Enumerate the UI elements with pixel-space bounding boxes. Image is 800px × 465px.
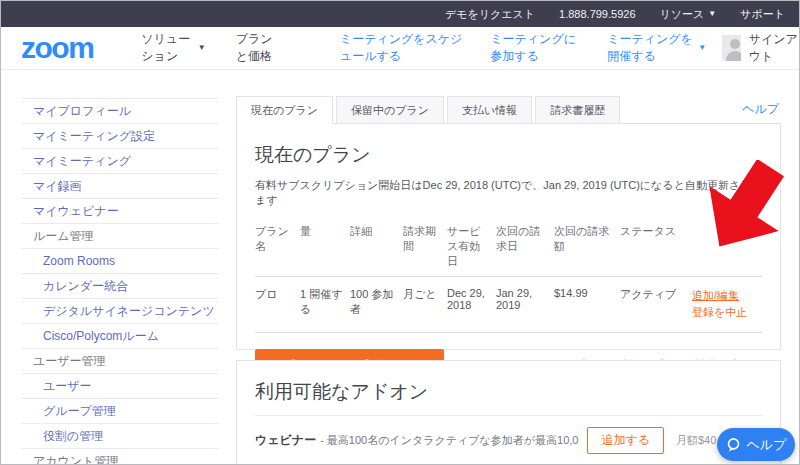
col-plan-name: プラン名 [255,224,300,269]
available-addons-card: 利用可能なアドオン ウェビナー - 最高100名のインタラクティブな参加者が最高… [236,360,781,465]
help-bubble-label: ヘルプ [747,436,787,454]
add-edit-link[interactable]: 追加/編集 [692,287,756,304]
col-actions [692,224,762,269]
table-row: プロ 1 開催する 100 参加者 月ごと Dec 29, 2018 Jan 2… [255,277,762,333]
phone-number: 1.888.799.5926 [559,8,635,20]
sidebar-item-group-management[interactable]: グループ管理 [21,399,219,424]
col-next-invoice-amount: 次回の請求額 [554,224,620,269]
top-utility-bar: デモをリクエスト 1.888.799.5926 リソース ▼ サポート [1,1,800,27]
support-link[interactable]: サポート [740,7,785,22]
solutions-label: ソリューション [141,31,193,65]
sidebar-item-my-recordings[interactable]: マイ録画 [21,174,219,199]
solutions-menu[interactable]: ソリューション ▼ [141,31,205,65]
col-next-invoice-date: 次回の請求日 [496,224,554,269]
resources-menu[interactable]: リソース ▼ [660,7,717,22]
avatar[interactable] [722,35,740,61]
help-chat-button[interactable]: ヘルプ [717,428,795,461]
host-meeting-label: ミーティングを開催する [607,31,694,65]
chevron-down-icon: ▼ [698,44,706,52]
help-link[interactable]: ヘルプ [742,101,779,118]
col-status: ステータス [620,224,692,269]
col-quantity: 量 [300,224,350,269]
sidebar-item-my-profile[interactable]: マイプロフィール [21,99,219,124]
tab-current-plan[interactable]: 現在のプラン [236,96,333,124]
plan-table-header: プラン名 量 詳細 請求期間 サービス有効日 次回の請求日 次回の請求額 ステー… [255,224,762,277]
sidebar-section-user-management: ユーザー管理 [21,349,219,374]
chat-bubble-icon [726,437,741,452]
sidebar-item-cisco-polycom[interactable]: Cisco/Polycomルーム [21,324,219,349]
sidebar-item-role-management[interactable]: 役割の管理 [21,424,219,449]
sidebar-item-calendar-integration[interactable]: カレンダー統合 [21,274,219,299]
avatar-head-shape [730,39,740,49]
tab-pending-plan[interactable]: 保留中のプラン [336,96,444,124]
sidebar-item-users[interactable]: ユーザー [21,374,219,399]
sidebar-item-zoom-rooms[interactable]: Zoom Rooms [21,249,219,274]
cell-status: アクティブ [620,287,692,320]
sidebar-item-my-webinars[interactable]: マイウェビナー [21,199,219,224]
host-meeting-menu[interactable]: ミーティングを開催する ▼ [607,31,706,65]
resources-label: リソース [660,7,705,22]
subscription-note: 有料サブスクリプション開始日はDec 29, 2018 (UTC)で、Jan 2… [255,178,762,208]
cell-next-invoice-amount: $14.99 [554,287,620,320]
cell-next-invoice-date: Jan 29, 2019 [496,287,554,320]
add-webinar-button[interactable]: 追加する [587,427,664,454]
cell-service-date: Dec 29, 2018 [447,287,496,320]
addon-name: ウェビナー [255,432,316,449]
sidebar-section-room-management: ルーム管理 [21,224,219,249]
avatar-body-shape [726,51,740,61]
cell-billing-period: 月ごと [403,287,447,320]
cell-plan-name: プロ [255,287,300,320]
sidebar-section-account-management: アカウント管理 [21,449,219,465]
cell-actions: 追加/編集 登録を中止 [692,287,762,320]
page-title: 現在のプラン [255,142,762,168]
sidebar-item-my-meeting-settings[interactable]: マイミーティング設定 [21,124,219,149]
current-plan-card: 現在のプラン 有料サブスクリプション開始日はDec 29, 2018 (UTC)… [236,123,781,350]
join-meeting-link[interactable]: ミーティングに参加する [490,31,581,65]
meeting-links: ミーティングをスケジュールする ミーティングに参加する ミーティングを開催する … [340,31,706,65]
chevron-down-icon: ▼ [198,44,206,52]
col-billing-period: 請求期間 [403,224,447,269]
cell-quantity: 1 開催する [300,287,350,320]
header-nav: ソリューション ▼ プランと価格 [141,31,284,65]
tab-invoice-history[interactable]: 請求書履歴 [535,96,620,124]
plans-pricing-link[interactable]: プランと価格 [236,31,284,65]
zoom-logo[interactable]: zoom [21,33,93,63]
main-header: zoom ソリューション ▼ プランと価格 ミーティングをスケジュールする ミー… [1,27,800,70]
addon-description: - 最高100名のインタラクティブな参加者が最高10,000名の閲覧者と関わるこ… [320,433,579,448]
cancel-subscription-link[interactable]: 登録を中止 [692,304,756,321]
schedule-meeting-link[interactable]: ミーティングをスケジュールする [340,31,464,65]
sidebar-item-my-meetings[interactable]: マイミーティング [21,149,219,174]
chevron-down-icon: ▼ [708,10,716,18]
main-content: 現在のプラン 保留中のプラン 支払い情報 請求書履歴 ヘルプ 現在のプラン 有料… [236,96,781,465]
billing-tabs: 現在のプラン 保留中のプラン 支払い情報 請求書履歴 ヘルプ [236,96,781,124]
signout-link[interactable]: サインアウト [749,31,800,65]
col-detail: 詳細 [350,224,403,269]
tab-payment-info[interactable]: 支払い情報 [447,96,532,124]
col-service-date: サービス有効日 [447,224,496,269]
sidebar-item-digital-signage[interactable]: デジタルサイネージコンテンツ [21,299,219,324]
cell-detail: 100 参加者 [350,287,403,320]
request-demo-link[interactable]: デモをリクエスト [445,7,535,22]
zoom-billing-page: { "topbar": { "demo": "デモをリクエスト", "phone… [0,0,800,465]
addons-title: 利用可能なアドオン [255,379,762,405]
addon-row-webinar: ウェビナー - 最高100名のインタラクティブな参加者が最高10,000名の閲覧… [255,415,762,465]
plan-table: プラン名 量 詳細 請求期間 サービス有効日 次回の請求日 次回の請求額 ステー… [255,224,762,333]
sidebar-nav: マイプロフィール マイミーティング設定 マイミーティング マイ録画 マイウェビナ… [21,98,219,465]
